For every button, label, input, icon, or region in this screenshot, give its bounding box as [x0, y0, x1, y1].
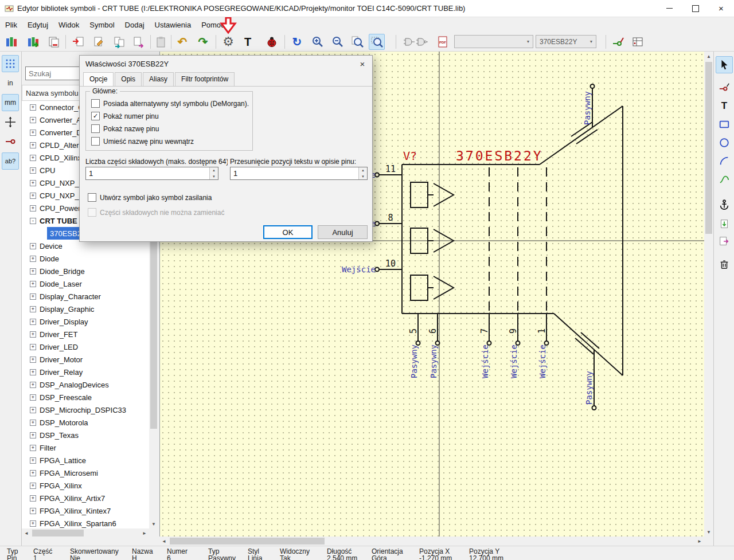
tree-item[interactable]: +DSP_Texas [22, 429, 149, 441]
tree-item[interactable]: +Driver_Motor [22, 353, 149, 366]
canvas-vertical-scrollbar[interactable]: ▲ ▼ [704, 52, 713, 536]
expander-icon[interactable]: + [30, 432, 36, 438]
scroll-down-arrow[interactable]: ▼ [149, 519, 158, 528]
tree-item[interactable]: +Diode_Bridge [22, 265, 149, 277]
datasheet-button[interactable]: PDF [435, 34, 451, 50]
expander-icon[interactable]: + [30, 167, 36, 174]
part-select-dropdown[interactable]: ▼ [454, 35, 533, 48]
expander-icon[interactable]: + [30, 470, 36, 476]
menu-ustawienia[interactable]: Ustawienia [150, 21, 197, 29]
import-symbol-button[interactable] [111, 34, 127, 50]
tree-item[interactable]: +FPGA_Xilinx_Kintex7 [22, 504, 149, 517]
close-button[interactable]: × [708, 0, 734, 17]
scroll-right-arrow[interactable]: ► [140, 528, 149, 538]
dialog-title-bar[interactable]: Właściwości 370ESB22Y [80, 56, 372, 72]
tree-item[interactable]: +DSP_AnalogDevices [22, 378, 149, 391]
tree-item[interactable]: +DSP_Motorola [22, 416, 149, 429]
spin-down-icon[interactable]: ▼ [210, 174, 218, 180]
delete-button[interactable] [716, 256, 733, 273]
pin-name-display-button[interactable]: ab? [2, 152, 19, 170]
redraw-view-button[interactable]: ↻ [289, 34, 305, 50]
expander-icon[interactable]: + [30, 243, 36, 249]
tree-item[interactable]: +DSP_Microchip_DSPIC33 [22, 404, 149, 416]
expander-icon[interactable]: + [30, 205, 36, 212]
scroll-left-arrow[interactable]: ◄ [22, 528, 31, 538]
expander-icon[interactable]: + [30, 293, 36, 300]
tree-item[interactable]: +Diode_Laser [22, 277, 149, 290]
tree-horizontal-scrollbar[interactable]: ◄ ► [22, 528, 149, 538]
export-symbol-button[interactable] [131, 34, 147, 50]
expander-icon[interactable]: + [30, 520, 36, 527]
pin-properties-button[interactable] [610, 34, 626, 50]
tree-item[interactable]: +Driver_Display [22, 315, 149, 328]
dialog-close-button[interactable]: × [353, 56, 372, 72]
expander-icon[interactable]: + [30, 142, 36, 148]
expander-icon[interactable]: + [30, 357, 36, 363]
spin-down-icon[interactable]: ▼ [359, 174, 367, 180]
checkbox-power-symbol[interactable]: Utwórz symbol jako symbol zasilania [88, 193, 212, 202]
zoom-fit-button[interactable] [349, 34, 365, 50]
add-arc-button[interactable] [716, 152, 733, 170]
expander-icon[interactable]: + [30, 369, 36, 375]
erc-check-button[interactable] [264, 34, 280, 50]
undo-button[interactable]: ↶ [174, 34, 190, 50]
scroll-thumb[interactable] [150, 228, 157, 429]
scroll-right-arrow[interactable]: ► [695, 536, 704, 546]
alias-select-dropdown[interactable]: 370ESB22Y ▼ [536, 35, 596, 48]
pin-text-offset-spinner[interactable]: 1 ▲▼ [230, 167, 368, 180]
expander-icon[interactable]: - [30, 218, 36, 224]
canvas-horizontal-scrollbar[interactable]: ◄ ► [159, 536, 704, 546]
scroll-thumb[interactable] [705, 62, 712, 234]
tree-item[interactable]: +FPGA_Xilinx_Spartan6 [22, 517, 149, 528]
expander-icon[interactable]: + [30, 268, 36, 275]
maximize-button[interactable] [682, 0, 708, 17]
tree-item[interactable]: +Driver_LED [22, 340, 149, 353]
add-rectangle-button[interactable] [716, 116, 733, 133]
expander-icon[interactable]: + [30, 445, 36, 451]
cancel-button[interactable]: Anuluj [318, 225, 368, 239]
tree-item[interactable]: +FPGA_Lattice [22, 454, 149, 467]
tree-item[interactable]: +Display_Character [22, 290, 149, 303]
import-shape-button[interactable] [716, 216, 733, 233]
add-text-button[interactable]: T [716, 97, 733, 115]
expander-icon[interactable]: + [30, 117, 36, 123]
zoom-in-button[interactable] [310, 34, 326, 50]
checkbox-pin-name-inside[interactable]: Umieść nazwę pinu wewnątrz [91, 137, 194, 146]
expander-icon[interactable]: + [30, 193, 36, 199]
expander-icon[interactable]: + [30, 394, 36, 401]
new-library-button[interactable] [25, 34, 41, 50]
menu-edytuj[interactable]: Edytuj [22, 21, 53, 29]
expander-icon[interactable]: + [30, 331, 36, 338]
units-mm-button[interactable]: mm [2, 94, 19, 111]
scroll-thumb[interactable] [32, 530, 84, 536]
expander-icon[interactable]: + [30, 382, 36, 388]
expander-icon[interactable]: + [30, 420, 36, 426]
tree-item[interactable]: +Filter [22, 441, 149, 454]
expander-icon[interactable]: + [30, 306, 36, 312]
cursor-shape-button[interactable] [2, 113, 19, 131]
tree-item[interactable]: +Driver_FET [22, 328, 149, 340]
menu-widok[interactable]: Widok [53, 21, 84, 29]
tab-opcje[interactable]: Opcje [83, 72, 114, 86]
expander-icon[interactable]: + [30, 319, 36, 325]
tree-item[interactable]: +FPGA_Xilinx_Artix7 [22, 492, 149, 504]
tree-item[interactable]: +FPGA_Xilinx [22, 479, 149, 492]
checkbox-show-pin-number[interactable]: ✓ Pokaż numer pinu [91, 112, 159, 120]
ok-button[interactable]: OK [263, 225, 313, 239]
add-circle-button[interactable] [716, 134, 733, 151]
load-symbol-button[interactable] [70, 34, 86, 50]
expander-icon[interactable]: + [30, 155, 36, 161]
tree-item[interactable]: +FPGA_Microsemi [22, 467, 149, 479]
spin-up-icon[interactable]: ▲ [210, 167, 218, 174]
pin-table-button[interactable] [630, 34, 646, 50]
scroll-up-arrow[interactable]: ▲ [704, 52, 713, 61]
expander-icon[interactable]: + [30, 457, 36, 464]
select-working-library-button[interactable] [3, 34, 19, 50]
paste-button[interactable] [153, 34, 169, 50]
scroll-left-arrow[interactable]: ◄ [159, 536, 169, 546]
add-polyline-button[interactable] [716, 171, 733, 188]
scroll-thumb[interactable] [170, 538, 325, 545]
grid-toggle-button[interactable] [2, 55, 19, 72]
tree-item[interactable]: +Driver_Relay [22, 366, 149, 378]
menu-plik[interactable]: Plik [0, 21, 22, 29]
